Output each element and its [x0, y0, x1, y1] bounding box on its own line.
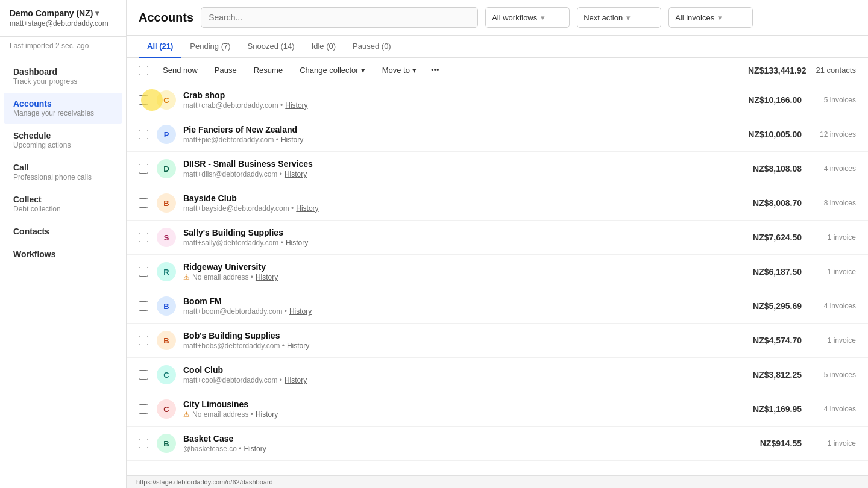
more-actions-button[interactable]: •••: [426, 63, 444, 78]
account-amount: NZ$1,169.95: [735, 404, 802, 414]
next-action-filter[interactable]: Next action ▾: [577, 7, 661, 28]
history-link[interactable]: History: [289, 307, 312, 316]
resume-button[interactable]: Resume: [247, 63, 290, 78]
account-invoices: 1 invoice: [814, 336, 856, 345]
account-email: @basketcase.co • History: [183, 445, 735, 453]
history-link[interactable]: History: [244, 445, 266, 453]
sidebar-item-collect[interactable]: Collect Debt collection: [4, 189, 122, 219]
sidebar: Demo Company (NZ) ▾ matt+stage@debtordad…: [0, 0, 127, 488]
account-name: Bob's Building Supplies: [183, 331, 735, 340]
company-chevron-icon: ▾: [95, 9, 99, 17]
company-selector[interactable]: Demo Company (NZ) ▾ matt+stage@debtordad…: [0, 0, 126, 37]
account-amount: NZ$3,812.25: [735, 370, 802, 380]
company-email: matt+stage@debtordaddy.com: [10, 19, 116, 28]
row-checkbox[interactable]: [139, 198, 148, 208]
main-content: Accounts All workflows ▾ Next action ▾ A…: [127, 0, 868, 488]
row-checkbox[interactable]: [139, 164, 148, 174]
avatar: C: [157, 399, 176, 419]
avatar: S: [157, 228, 176, 247]
table-row[interactable]: C City Limousines ⚠ No email address • H…: [127, 392, 868, 427]
page-title: Accounts: [139, 11, 193, 25]
history-link[interactable]: History: [256, 273, 278, 281]
account-amount: NZ$8,108.08: [735, 164, 802, 174]
table-row[interactable]: R Ridgeway University ⚠ No email address…: [127, 255, 868, 289]
change-collector-button[interactable]: Change collector ▾: [292, 63, 373, 78]
account-email: matt+pie@debtordaddy.com • History: [183, 136, 735, 144]
tab-all[interactable]: All (21): [139, 36, 181, 58]
account-right: NZ$6,187.50 1 invoice: [735, 267, 856, 277]
account-invoices: 5 invoices: [814, 371, 856, 379]
row-checkbox[interactable]: [139, 267, 148, 277]
tab-paused[interactable]: Paused (0): [344, 36, 400, 58]
account-amount: NZ$914.55: [735, 439, 802, 448]
row-checkbox[interactable]: [139, 95, 148, 105]
pause-button[interactable]: Pause: [207, 63, 244, 78]
history-link[interactable]: History: [296, 204, 318, 213]
table-row[interactable]: C Cool Club matt+cool@debtordaddy.com • …: [127, 358, 868, 392]
total-amount: NZ$133,441.92: [748, 66, 807, 75]
avatar: R: [157, 262, 176, 281]
history-link[interactable]: History: [281, 136, 303, 144]
sidebar-item-call[interactable]: Call Professional phone calls: [4, 157, 122, 187]
history-link[interactable]: History: [285, 170, 307, 178]
table-row[interactable]: B Bayside Club matt+bayside@debtordaddy.…: [127, 186, 868, 221]
search-input[interactable]: [201, 7, 478, 28]
account-info: Cool Club matt+cool@debtordaddy.com • Hi…: [183, 365, 735, 384]
sidebar-item-dashboard[interactable]: Dashboard Track your progress: [4, 61, 122, 92]
import-status: Last imported 2 sec. ago: [0, 37, 126, 55]
sidebar-item-contacts[interactable]: Contacts: [4, 221, 122, 242]
table-row[interactable]: B Bob's Building Supplies matt+bobs@debt…: [127, 324, 868, 358]
table-row[interactable]: B Boom FM matt+boom@debtordaddy.com • Hi…: [127, 289, 868, 324]
tab-idle[interactable]: Idle (0): [303, 36, 344, 58]
row-checkbox[interactable]: [139, 336, 148, 345]
account-amount: NZ$7,624.50: [735, 233, 802, 242]
history-link[interactable]: History: [287, 342, 309, 350]
table-row[interactable]: C Crab shop matt+crab@debtordaddy.com • …: [127, 83, 868, 117]
tab-snoozed[interactable]: Snoozed (14): [239, 36, 303, 58]
tab-pending[interactable]: Pending (7): [181, 36, 239, 58]
account-info: Bob's Building Supplies matt+bobs@debtor…: [183, 331, 735, 350]
account-email: matt+bayside@debtordaddy.com • History: [183, 204, 735, 213]
nav-item-title-workflows: Workflows: [13, 249, 113, 259]
account-amount: NZ$4,574.70: [735, 336, 802, 345]
account-email: matt+diisr@debtordaddy.com • History: [183, 170, 735, 178]
sidebar-item-schedule[interactable]: Schedule Upcoming actions: [4, 125, 122, 155]
move-to-button[interactable]: Move to ▾: [375, 63, 424, 78]
nav-item-title-call: Call: [13, 163, 113, 172]
account-name: Ridgeway University: [183, 262, 735, 272]
row-checkbox[interactable]: [139, 404, 148, 414]
row-checkbox[interactable]: [139, 130, 148, 139]
nav-item-sub-schedule: Upcoming actions: [13, 141, 113, 149]
row-checkbox[interactable]: [139, 301, 148, 311]
avatar: B: [157, 434, 176, 453]
sidebar-item-workflows[interactable]: Workflows: [4, 243, 122, 265]
account-name: City Limousines: [183, 399, 735, 409]
account-right: NZ$8,008.70 8 invoices: [735, 198, 856, 208]
invoices-filter[interactable]: All invoices ▾: [668, 7, 753, 28]
avatar: C: [157, 365, 176, 384]
account-name: Boom FM: [183, 296, 735, 306]
account-email: matt+boom@debtordaddy.com • History: [183, 307, 735, 316]
account-email: matt+sally@debtordaddy.com • History: [183, 239, 735, 247]
row-checkbox[interactable]: [139, 439, 148, 448]
move-to-chevron-icon: ▾: [412, 66, 417, 75]
history-link[interactable]: History: [256, 410, 278, 419]
account-amount: NZ$8,008.70: [735, 198, 802, 208]
history-link[interactable]: History: [286, 239, 308, 247]
table-row[interactable]: B Basket Case @basketcase.co • History N…: [127, 427, 868, 461]
history-link[interactable]: History: [285, 101, 307, 110]
table-row[interactable]: S Sally's Building Supplies matt+sally@d…: [127, 221, 868, 255]
select-all-checkbox[interactable]: [139, 66, 148, 75]
table-row[interactable]: D DIISR - Small Business Services matt+d…: [127, 152, 868, 186]
nav-item-sub-collect: Debt collection: [13, 205, 113, 213]
workflows-filter[interactable]: All workflows ▾: [485, 7, 570, 28]
row-checkbox[interactable]: [139, 370, 148, 380]
account-email: matt+cool@debtordaddy.com • History: [183, 376, 735, 384]
send-now-button[interactable]: Send now: [156, 63, 205, 78]
account-info: Crab shop matt+crab@debtordaddy.com • Hi…: [183, 90, 735, 110]
sidebar-item-accounts[interactable]: Accounts Manage your receivables: [4, 93, 122, 124]
row-checkbox[interactable]: [139, 233, 148, 242]
avatar: B: [157, 193, 176, 213]
table-row[interactable]: P Pie Fanciers of New Zealand matt+pie@d…: [127, 117, 868, 152]
history-link[interactable]: History: [285, 376, 307, 384]
